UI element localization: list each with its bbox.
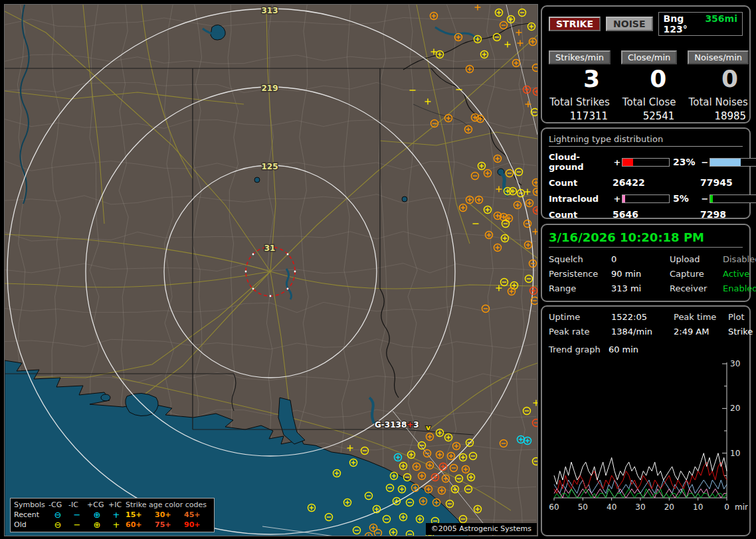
legend-row-old: Old bbox=[14, 520, 47, 530]
plot-label: Plot bbox=[728, 312, 753, 322]
squelch-value: 0 bbox=[611, 254, 670, 264]
legend-symbol-recent-1: − bbox=[68, 510, 86, 520]
ring-label-313: 313 bbox=[261, 6, 278, 15]
legend-header-symbols: Symbols bbox=[14, 500, 47, 510]
capture-label: Capture bbox=[670, 269, 723, 279]
bearing-readout: Bng 123° 356mi bbox=[658, 12, 743, 36]
legend-symbol-old-2: ⊕ bbox=[87, 520, 107, 530]
svg-text:10: 10 bbox=[693, 502, 703, 512]
cg-positive-count: 26422 bbox=[613, 177, 700, 188]
bearing-distance: 356mi bbox=[705, 13, 737, 35]
squelch-label: Squelch bbox=[549, 254, 611, 264]
svg-text:0: 0 bbox=[724, 502, 729, 512]
ic-negative-count: 7298 bbox=[700, 209, 756, 220]
uptime-label: Uptime bbox=[549, 312, 611, 322]
total-close-value: 52541 bbox=[621, 110, 677, 122]
symbols-legend: Symbols -CG -IC +CG +IC Strike age color… bbox=[10, 498, 215, 532]
session-panel: Uptime 1522:05 Peak time Plot Peak rate … bbox=[541, 305, 751, 536]
plus-sign: + bbox=[613, 157, 622, 167]
trend-graph: 1020306050403020100min bbox=[549, 357, 743, 526]
peak-rate-value: 1384/min bbox=[611, 327, 674, 337]
svg-text:10: 10 bbox=[730, 449, 740, 458]
upload-label: Upload bbox=[670, 254, 723, 264]
ring-label-219: 219 bbox=[261, 84, 278, 93]
uptime-value: 1522:05 bbox=[611, 312, 674, 322]
range-label: Range bbox=[549, 283, 611, 293]
receiver-status: Enabled bbox=[723, 283, 756, 293]
trend-window-value: 60 min bbox=[609, 345, 638, 354]
close-per-min-label: Close/min bbox=[621, 50, 677, 64]
legend-symbol-old-3: + bbox=[108, 520, 124, 530]
datetime-display: 3/16/2026 10:20:18 PM bbox=[549, 230, 743, 248]
copyright-notice: ©2005 Astrogenic Systems bbox=[426, 523, 537, 535]
svg-text:40: 40 bbox=[607, 502, 616, 512]
strikes-per-min-label: Strikes/min bbox=[549, 50, 611, 64]
ring-label-31: 31 bbox=[264, 244, 276, 253]
capture-status: Active bbox=[723, 269, 756, 279]
svg-text:v: v bbox=[426, 424, 431, 432]
peak-time-label: Peak time bbox=[674, 312, 728, 322]
strike-mode-button[interactable]: STRIKE bbox=[549, 17, 601, 31]
total-strikes-label: Total Strikes bbox=[549, 96, 611, 108]
close-per-min-value: 0 bbox=[621, 66, 677, 92]
intracloud-label: Intracloud bbox=[549, 194, 613, 204]
legend-age-75plus: 75+ bbox=[155, 520, 183, 530]
persistence-label: Persistence bbox=[549, 269, 611, 279]
cg-positive-pct: 23% bbox=[670, 157, 700, 167]
legend-header-neg-ic: -IC bbox=[68, 500, 86, 510]
legend-header-neg-cg: -CG bbox=[48, 500, 67, 510]
minus-sign: − bbox=[700, 157, 709, 167]
bearing-value: Bng 123° bbox=[664, 13, 699, 35]
svg-text:20: 20 bbox=[730, 404, 740, 413]
trend-graph-label: Trend graph bbox=[549, 345, 601, 354]
cloud-ground-label: Cloud-ground bbox=[549, 152, 613, 172]
cg-negative-count: 77945 bbox=[700, 177, 756, 188]
legend-row-recent: Recent bbox=[14, 510, 47, 520]
ic-positive-count: 5646 bbox=[613, 209, 700, 220]
cg-count-label: Count bbox=[549, 178, 613, 188]
ic-negative-bar bbox=[709, 194, 756, 203]
persistence-value: 90 min bbox=[611, 269, 670, 279]
legend-symbol-old-0: ⊖ bbox=[48, 520, 67, 530]
legend-age-60plus: 60+ bbox=[126, 520, 153, 530]
ic-positive-bar bbox=[622, 194, 670, 203]
total-noises-value: 18985 bbox=[688, 110, 749, 122]
plus-sign: + bbox=[613, 194, 622, 204]
noises-per-min-value: 0 bbox=[688, 66, 749, 92]
distribution-panel: Lightning type distribution Cloud-ground… bbox=[541, 127, 751, 219]
total-close-label: Total Close bbox=[621, 96, 677, 108]
plot-value: Strike bbox=[728, 327, 753, 337]
svg-text:30: 30 bbox=[730, 359, 740, 368]
legend-age-title: Strike age color codes bbox=[126, 500, 211, 510]
svg-text:30: 30 bbox=[635, 502, 645, 512]
legend-header-pos-cg: +CG bbox=[87, 500, 107, 510]
minus-sign: − bbox=[700, 194, 709, 204]
ic-positive-pct: 5% bbox=[670, 193, 700, 204]
total-noises-label: Total Noises bbox=[688, 96, 749, 108]
upload-status: Disabled bbox=[723, 254, 756, 264]
stats-panel: STRIKE NOISE Bng 123° 356mi Strikes/min … bbox=[541, 5, 751, 123]
svg-text:60: 60 bbox=[549, 502, 559, 512]
legend-age-45plus: 45+ bbox=[184, 510, 211, 520]
app-window: 313 219 125 31 G-3138+3 v Symbols -CG -I… bbox=[0, 0, 756, 539]
ring-label-125: 125 bbox=[261, 162, 278, 171]
legend-age-30plus: 30+ bbox=[155, 510, 183, 520]
total-strikes-value: 117311 bbox=[549, 110, 611, 122]
cg-positive-bar bbox=[622, 158, 670, 167]
distribution-title: Lightning type distribution bbox=[549, 134, 743, 147]
peak-rate-label: Peak rate bbox=[549, 327, 611, 337]
strikes-per-min-column: Strikes/min 3 Total Strikes 117311 bbox=[549, 50, 611, 122]
svg-text:20: 20 bbox=[664, 502, 674, 512]
legend-symbol-recent-0: ⊖ bbox=[48, 510, 67, 520]
legend-header-pos-ic: +IC bbox=[108, 500, 124, 510]
noise-mode-button[interactable]: NOISE bbox=[606, 17, 652, 31]
legend-symbol-old-1: − bbox=[68, 520, 86, 530]
legend-symbol-recent-2: ⊕ bbox=[87, 510, 107, 520]
close-per-min-column: Close/min 0 Total Close 52541 bbox=[621, 50, 677, 122]
noises-per-min-label: Noises/min bbox=[688, 50, 749, 64]
ic-count-label: Count bbox=[549, 210, 613, 220]
map-canvas[interactable]: 313 219 125 31 G-3138+3 v Symbols -CG -I… bbox=[4, 4, 538, 536]
peak-time-value: 2:49 AM bbox=[674, 327, 728, 337]
receiver-label: Receiver bbox=[670, 283, 723, 293]
strikes-per-min-value: 3 bbox=[549, 66, 611, 92]
